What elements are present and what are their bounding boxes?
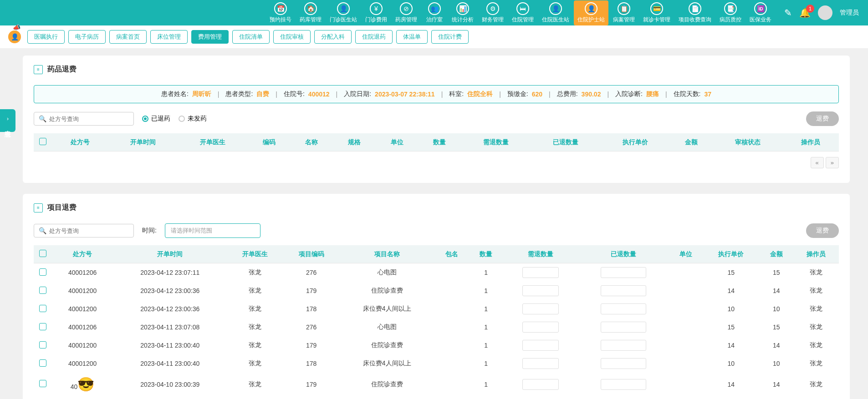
column-header: 需退数量: [461, 133, 531, 152]
nav-item[interactable]: 📑病历质控: [716, 0, 745, 25]
radio-refunded[interactable]: 已退药: [142, 115, 170, 123]
refunded-input[interactable]: [601, 285, 646, 296]
nav-label: 门诊费用: [365, 16, 387, 24]
row-checkbox[interactable]: [39, 323, 46, 330]
refunded-input[interactable]: [601, 358, 646, 369]
need-refund-input[interactable]: [522, 322, 559, 333]
tab-button[interactable]: 体温单: [396, 30, 428, 44]
nav-icon: 👤: [585, 2, 597, 15]
need-refund-input[interactable]: [522, 267, 559, 278]
nav-label: 药房管理: [395, 16, 417, 24]
need-refund-input[interactable]: [522, 379, 559, 390]
nav-item[interactable]: 🛏住院管理: [508, 0, 537, 25]
refund-button-2[interactable]: 退费: [806, 223, 839, 238]
search-icon: 🔍: [39, 115, 46, 122]
nav-label: 药库管理: [300, 16, 322, 24]
nav-icon: 🆔: [754, 2, 767, 15]
pager-prev[interactable]: «: [811, 157, 824, 168]
column-header: 开单时间: [108, 133, 178, 152]
tab-button[interactable]: 住院清单: [232, 30, 270, 44]
need-refund-input[interactable]: [522, 303, 559, 314]
nav-item[interactable]: 📄项目收费查询: [675, 0, 715, 25]
nav-item[interactable]: 👥治疗室: [422, 0, 447, 25]
panel-icon: ≡: [34, 203, 43, 212]
rx-search-input[interactable]: [49, 116, 129, 122]
row-checkbox[interactable]: [39, 380, 46, 387]
nav-item[interactable]: 👤门诊医生站: [326, 0, 361, 25]
need-refund-input[interactable]: [522, 358, 559, 369]
refunded-input[interactable]: [601, 267, 646, 278]
nav-label: 治疗室: [426, 16, 443, 24]
tab-button[interactable]: 电子病历: [68, 30, 106, 44]
column-header: 单位: [669, 245, 703, 263]
row-checkbox[interactable]: [39, 341, 46, 348]
row-checkbox[interactable]: [39, 305, 46, 312]
column-header: 项目编码: [283, 245, 339, 263]
tab-button[interactable]: 病案首页: [109, 30, 147, 44]
row-checkbox[interactable]: [39, 268, 46, 276]
side-tab-patients[interactable]: › 在院患者: [0, 109, 15, 132]
tab-button[interactable]: 费用管理: [191, 30, 229, 44]
rx-search-box-2[interactable]: 🔍: [34, 224, 134, 237]
refunded-input[interactable]: [601, 322, 646, 333]
nav-item[interactable]: 💳就诊卡管理: [639, 0, 674, 25]
nav-item[interactable]: 📅预约挂号: [266, 0, 295, 25]
tab-button[interactable]: 住院计费: [431, 30, 469, 44]
nav-item[interactable]: 📊统计分析: [448, 0, 477, 25]
avatar[interactable]: [818, 5, 832, 20]
radio-undispensed[interactable]: 未发药: [179, 115, 207, 123]
nav-label: 就诊卡管理: [643, 16, 670, 24]
rx-search-input-2[interactable]: [49, 227, 129, 234]
nav-label: 预约挂号: [270, 16, 291, 24]
search-icon: 🔍: [39, 227, 46, 234]
select-all-checkbox[interactable]: [39, 250, 46, 257]
column-header: 操作员: [782, 133, 839, 152]
need-refund-input[interactable]: [522, 285, 559, 296]
emoji-icon: 😎: [77, 377, 94, 392]
rx-search-box[interactable]: 🔍: [34, 112, 134, 126]
nav-item[interactable]: 👤住院医生站: [538, 0, 573, 25]
tab-button[interactable]: 住院退药: [355, 30, 393, 44]
nav-item[interactable]: 👤住院护士站: [574, 0, 608, 25]
nav-item[interactable]: 📋病案管理: [609, 0, 638, 25]
header-nav: 📅预约挂号🏠药库管理👤门诊医生站¥门诊费用⊘药房管理👥治疗室📊统计分析⚙财务管理…: [266, 0, 775, 25]
column-header: 执行单价: [703, 245, 759, 263]
nav-item[interactable]: 🆔医保业务: [746, 0, 775, 25]
nav-item[interactable]: ⚙财务管理: [478, 0, 507, 25]
refunded-input[interactable]: [601, 303, 646, 314]
tab-button[interactable]: 床位管理: [150, 30, 188, 44]
row-checkbox[interactable]: [39, 287, 46, 294]
edit-icon[interactable]: ✎: [784, 7, 792, 18]
select-all-checkbox[interactable]: [39, 138, 46, 145]
table-row: 40001200 2023-04-11 23:00:40 张龙 178 床位费4…: [34, 354, 839, 373]
column-header: 开单医生: [178, 133, 248, 152]
column-header: 规格: [333, 133, 376, 152]
patient-info-bar: 患者姓名: 周昕昕 | 患者类型: 自费 | 住院号: 400012 | 入院日…: [34, 85, 839, 103]
refunded-input[interactable]: [601, 379, 646, 390]
nav-item[interactable]: ⊘药房管理: [392, 0, 421, 25]
date-range-input[interactable]: 请选择时间范围: [165, 223, 260, 238]
tab-button[interactable]: 分配入科: [314, 30, 352, 44]
refund-button[interactable]: 退费: [806, 111, 839, 126]
nav-icon: 👤: [549, 2, 562, 15]
table-row: 40001200 2023-04-12 23:00:36 张龙 179 住院诊查…: [34, 282, 839, 300]
column-header: 金额: [759, 245, 793, 263]
column-header: 处方号: [52, 133, 108, 152]
need-refund-input[interactable]: [522, 340, 559, 351]
nav-item[interactable]: ¥门诊费用: [362, 0, 391, 25]
column-header: 编码: [248, 133, 291, 152]
pager-next[interactable]: »: [826, 157, 839, 168]
refunded-input[interactable]: [601, 340, 646, 351]
tab-button[interactable]: 住院审核: [273, 30, 311, 44]
tab-button[interactable]: 医嘱执行: [27, 30, 65, 44]
table-row: 40😎 2023-04-10 23:00:39 张龙 179 住院诊查费 1 1…: [34, 373, 839, 396]
column-header: 开单时间: [113, 245, 227, 263]
user-icon: 👤: [8, 30, 21, 43]
nav-item[interactable]: 🏠药库管理: [296, 0, 325, 25]
radio-icon: [179, 116, 185, 122]
row-checkbox[interactable]: [39, 359, 46, 367]
bell-icon[interactable]: 🔔1: [799, 7, 811, 18]
nav-icon: 📅: [274, 2, 287, 15]
drug-refund-table: 处方号开单时间开单医生编码名称规格单位数量需退数量已退数量执行单价金额审核状态操…: [34, 133, 839, 152]
chevron-right-icon: ›: [7, 116, 9, 122]
